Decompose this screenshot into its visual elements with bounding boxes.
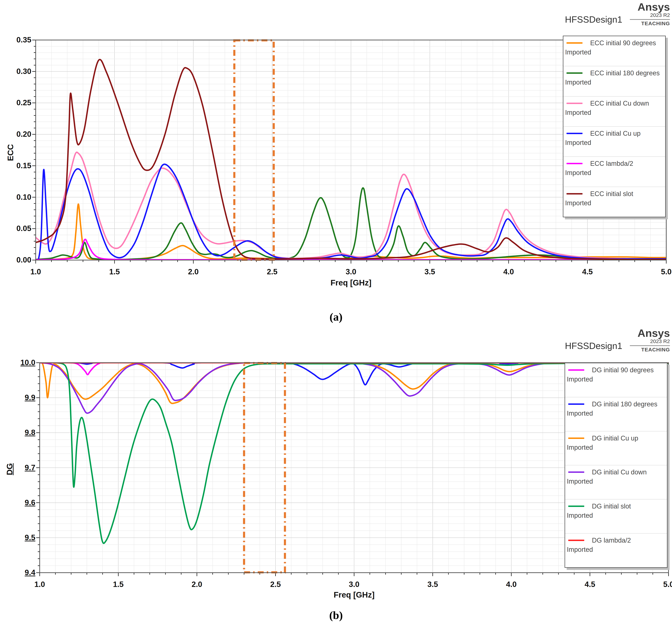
y-tick-label: 0.35: [3, 35, 31, 44]
y-tick-label: 9.8: [7, 428, 35, 437]
legend-series-subtitle: Imported: [567, 409, 665, 418]
design-title-b: HFSSDesign1: [565, 341, 622, 351]
x-tick-label: 2.5: [263, 580, 288, 589]
x-tick-label: 5.0: [654, 267, 672, 276]
design-title-a: HFSSDesign1: [565, 14, 622, 25]
ansys-brand-text: Ansys: [625, 328, 670, 338]
caption-a: (a): [0, 310, 672, 323]
legend-series-subtitle: Imported: [567, 511, 665, 520]
y-tick-label: 9.6: [7, 498, 35, 507]
ansys-logo-a: Ansys 2023 R2 TEACHING: [625, 2, 670, 26]
legend-item-ecc-initial-180-degrees: ECC initial 180 degreesImported: [563, 66, 665, 96]
legend-color-swatch: [568, 403, 584, 405]
legend-item-dg-initial-90-degrees: DG initial 90 degreesImported: [565, 363, 667, 397]
ansys-version-text: 2023 R2: [630, 338, 670, 346]
x-axis-label-ecc: Freq [GHz]: [316, 278, 386, 287]
y-tick-label: 9.9: [7, 393, 35, 402]
legend-item-dg-initial-slot: DG initial slotImported: [565, 499, 667, 533]
legend-dg: DG initial 90 degreesImportedDG initial …: [565, 363, 668, 568]
legend-series-subtitle: Imported: [567, 477, 665, 485]
caption-b: (b): [0, 609, 672, 622]
legend-series-name: ECC initial 180 degrees: [590, 69, 659, 77]
x-tick-label: 2.0: [185, 580, 209, 589]
legend-item-dg-initial-cu-up: DG initial Cu upImported: [565, 431, 667, 466]
legend-series-name: DG initial Cu down: [592, 468, 647, 476]
legend-series-subtitle: Imported: [565, 199, 664, 207]
legend-item-ecc-initial-slot: ECC initial slotImported: [563, 187, 665, 217]
legend-series-name: DG lambda/2: [592, 536, 631, 544]
y-tick-label: 0.20: [3, 130, 31, 139]
legend-color-swatch: [568, 472, 584, 473]
legend-series-subtitle: Imported: [565, 169, 664, 177]
x-tick-label: 2.0: [181, 267, 206, 276]
x-tick-label: 3.5: [421, 580, 445, 589]
legend-item-ecc-initial-cu-down: ECC initial Cu downImported: [563, 97, 665, 127]
x-tick-label: 1.5: [102, 267, 127, 276]
y-tick-label: 10.0: [7, 358, 35, 367]
legend-color-swatch: [567, 42, 582, 44]
x-tick-label: 1.5: [106, 580, 130, 589]
legend-series-name: ECC initial slot: [590, 190, 633, 198]
legend-color-swatch: [567, 193, 582, 195]
legend-series-name: DG initial 90 degrees: [592, 366, 654, 374]
x-tick-label: 1.0: [27, 580, 52, 589]
x-tick-label: 1.0: [24, 267, 48, 276]
ansys-edition-text: TEACHING: [625, 347, 670, 353]
x-tick-label: 4.5: [578, 580, 602, 589]
x-tick-label: 3.0: [339, 267, 363, 276]
legend-item-ecc-lambda-2: ECC lambda/2Imported: [563, 157, 665, 187]
y-tick-label: 0.30: [3, 67, 31, 76]
legend-series-subtitle: Imported: [565, 139, 664, 147]
legend-series-name: ECC initial 90 degrees: [590, 39, 656, 47]
x-tick-label: 4.5: [575, 267, 600, 276]
legend-color-swatch: [568, 505, 584, 507]
legend-color-swatch: [568, 539, 584, 541]
legend-color-swatch: [568, 437, 584, 439]
legend-item-ecc-initial-90-degrees: ECC initial 90 degreesImported: [563, 36, 665, 66]
legend-series-subtitle: Imported: [565, 48, 664, 56]
y-tick-label: 0.10: [3, 193, 31, 201]
y-tick-label: 9.5: [7, 533, 35, 542]
legend-item-dg-initial-cu-down: DG initial Cu downImported: [565, 466, 667, 499]
panel-a: HFSSDesign1 Ansys 2023 R2 TEACHING ECC F…: [0, 0, 672, 327]
legend-color-swatch: [567, 163, 582, 164]
legend-item-ecc-initial-cu-up: ECC initial Cu upImported: [563, 127, 665, 157]
legend-series-subtitle: Imported: [567, 545, 665, 554]
x-tick-label: 3.0: [342, 580, 366, 589]
y-tick-label: 0.05: [3, 224, 31, 233]
legend-color-swatch: [567, 133, 582, 134]
x-tick-label: 2.5: [260, 267, 284, 276]
ansys-brand-text: Ansys: [625, 2, 670, 12]
legend-item-dg-initial-180-degrees: DG initial 180 degreesImported: [565, 397, 667, 431]
ansys-edition-text: TEACHING: [625, 21, 670, 26]
legend-color-swatch: [567, 103, 582, 104]
legend-item-dg-lambda-2: DG lambda/2Imported: [565, 533, 667, 567]
legend-series-subtitle: Imported: [567, 375, 665, 383]
x-tick-label: 4.0: [499, 580, 524, 589]
legend-series-subtitle: Imported: [565, 108, 664, 117]
panel-b: HFSSDesign1 Ansys 2023 R2 TEACHING DG Fr…: [0, 327, 672, 628]
y-tick-label: 0.15: [3, 161, 31, 170]
ansys-logo-b: Ansys 2023 R2 TEACHING: [625, 328, 670, 353]
ansys-version-text: 2023 R2: [630, 12, 670, 20]
legend-ecc: ECC initial 90 degreesImportedECC initia…: [563, 36, 666, 217]
x-tick-label: 5.0: [656, 580, 672, 589]
legend-series-name: DG initial 180 degrees: [592, 400, 657, 408]
x-axis-label-dg: Freq [GHz]: [319, 590, 389, 600]
legend-series-name: DG initial Cu up: [592, 434, 638, 442]
legend-series-subtitle: Imported: [565, 78, 664, 86]
legend-series-name: ECC lambda/2: [590, 159, 633, 168]
x-tick-label: 4.0: [497, 267, 521, 276]
legend-color-swatch: [567, 72, 582, 74]
y-tick-label: 0.00: [3, 255, 31, 264]
legend-color-swatch: [568, 369, 584, 371]
highlight-box: [234, 40, 274, 260]
legend-series-subtitle: Imported: [567, 443, 665, 452]
legend-series-name: ECC initial Cu up: [590, 129, 641, 137]
y-tick-label: 9.4: [7, 568, 35, 577]
x-tick-label: 3.5: [418, 267, 442, 276]
legend-series-name: ECC initial Cu down: [590, 99, 649, 107]
y-tick-label: 0.25: [3, 98, 31, 107]
y-tick-label: 9.7: [7, 463, 35, 472]
legend-series-name: DG initial slot: [592, 502, 631, 510]
